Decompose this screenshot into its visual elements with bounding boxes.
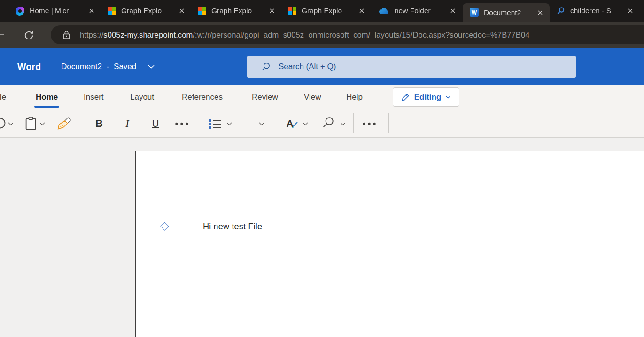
chevron-down-icon <box>148 65 155 69</box>
bold-button[interactable]: B <box>92 116 106 131</box>
tab-graph-explorer-1[interactable]: Graph Explo <box>101 0 191 22</box>
url-text: https://s005z-my.sharepoint.com/:w:/r/pe… <box>80 31 529 39</box>
tab-title: new Folder <box>395 7 448 15</box>
alignment-chevron[interactable] <box>259 122 264 126</box>
toolbar-divider <box>82 113 82 133</box>
browser-address-bar: https://s005z-my.sharepoint.com/:w:/r/pe… <box>0 22 644 48</box>
copilot-icon <box>16 7 24 16</box>
tab-help[interactable]: Help <box>346 85 363 110</box>
tab-layout[interactable]: Layout <box>130 85 154 110</box>
tab-review[interactable]: Review <box>252 85 278 110</box>
browser-window: Home | Micr Graph Explo Graph Explo Grap… <box>0 0 644 337</box>
document-title-group[interactable]: Document2 - Saved <box>61 48 155 85</box>
search-icon <box>557 7 565 15</box>
url-scheme: https:// <box>80 31 103 39</box>
tab-title: Graph Explo <box>121 7 177 15</box>
url-path: /:w:/r/personal/gopi_adm_s005z_onmicroso… <box>193 31 529 39</box>
tab-graph-explorer-3[interactable]: Graph Explo <box>281 0 371 22</box>
underline-button[interactable]: U <box>148 116 163 131</box>
more-icon <box>175 122 190 125</box>
reload-icon[interactable] <box>22 28 36 42</box>
microsoft-icon <box>288 7 296 15</box>
toolbar-divider <box>353 113 354 133</box>
document-page[interactable]: Hi new test File <box>135 151 644 337</box>
more-icon <box>362 122 377 125</box>
chevron-down-icon <box>445 95 451 99</box>
find-icon <box>322 116 335 129</box>
microsoft-icon <box>108 7 116 15</box>
ribbon-tab-row: le Home Insert Layout References Review … <box>0 85 644 110</box>
tab-title: childeren - S <box>570 7 625 15</box>
bullet-list-icon <box>209 118 221 130</box>
bullet-list-button[interactable] <box>209 118 221 130</box>
paste-button[interactable] <box>24 116 37 131</box>
tab-new-folder[interactable]: new Folder <box>371 0 462 22</box>
undo-menu-chevron[interactable] <box>8 122 14 126</box>
paste-menu-chevron[interactable] <box>39 122 45 126</box>
find-chevron[interactable] <box>340 122 346 126</box>
tab-view[interactable]: View <box>304 85 321 110</box>
font-effects-chevron[interactable] <box>303 122 308 126</box>
toolbar-divider <box>274 113 274 133</box>
close-icon[interactable] <box>177 6 187 16</box>
tab-title: Graph Explo <box>302 7 357 15</box>
close-icon[interactable] <box>357 6 367 16</box>
clipboard-icon <box>24 116 37 131</box>
tab-file-partial[interactable]: le <box>0 85 6 110</box>
url-field[interactable]: https://s005z-my.sharepoint.com/:w:/r/pe… <box>51 25 644 44</box>
undo-button[interactable] <box>0 117 7 130</box>
toolbar-divider <box>388 113 389 133</box>
tab-childeren-search[interactable]: childeren - S <box>550 0 640 22</box>
close-icon[interactable] <box>448 6 458 16</box>
editing-mode-button[interactable]: Editing <box>393 87 459 107</box>
tab-graph-explorer-2[interactable]: Graph Explo <box>191 0 281 22</box>
close-icon[interactable] <box>86 6 97 16</box>
document-title: Document2 - Saved <box>61 62 136 71</box>
formatting-toolbar: B I U A <box>0 110 644 138</box>
lock-icon[interactable] <box>63 31 70 39</box>
brush-pen-icon <box>291 121 298 130</box>
tab-document2-active[interactable]: W Document2 <box>463 3 550 22</box>
tab-title: Home | Micr <box>30 7 86 15</box>
word-icon: W <box>470 8 479 17</box>
search-box[interactable] <box>247 56 576 78</box>
font-effects-button[interactable]: A <box>284 116 301 131</box>
find-button[interactable] <box>322 116 335 129</box>
back-icon-partial[interactable] <box>0 34 4 35</box>
tab-home-microsoft[interactable]: Home | Micr <box>8 0 101 22</box>
word-app-header: Word Document2 - Saved <box>0 48 644 85</box>
font-overflow-button[interactable] <box>175 122 190 125</box>
microsoft-icon <box>198 7 206 15</box>
undo-icon <box>0 117 7 130</box>
browser-tab-bar: Home | Micr Graph Explo Graph Explo Grap… <box>0 0 644 22</box>
toolbar-overflow-button[interactable] <box>362 122 377 125</box>
content-control-diamond-icon[interactable] <box>160 222 169 230</box>
format-painter-button[interactable] <box>56 116 72 131</box>
close-icon[interactable] <box>625 6 636 16</box>
italic-button[interactable]: I <box>120 116 134 131</box>
search-input[interactable] <box>279 62 513 71</box>
tab-title: Document2 <box>484 8 535 17</box>
tab-divider <box>640 7 640 16</box>
search-icon <box>261 62 271 71</box>
bullet-list-chevron[interactable] <box>226 122 232 126</box>
app-name[interactable]: Word <box>17 48 41 85</box>
tab-home[interactable]: Home <box>36 85 58 110</box>
format-painter-icon <box>56 116 72 131</box>
close-icon[interactable] <box>267 6 277 16</box>
tab-insert[interactable]: Insert <box>84 85 104 110</box>
toolbar-divider <box>315 113 315 133</box>
document-canvas: Hi new test File <box>0 138 644 337</box>
toolbar-divider <box>202 113 202 133</box>
editing-label: Editing <box>414 93 442 102</box>
tab-title: Graph Explo <box>211 7 267 15</box>
pencil-icon <box>401 93 410 102</box>
onedrive-icon <box>378 7 389 15</box>
tab-references[interactable]: References <box>182 85 223 110</box>
document-body-text[interactable]: Hi new test File <box>203 222 262 232</box>
url-domain: s005z-my.sharepoint.com <box>103 31 193 39</box>
tab-divider <box>462 7 462 16</box>
close-icon[interactable] <box>535 8 545 18</box>
